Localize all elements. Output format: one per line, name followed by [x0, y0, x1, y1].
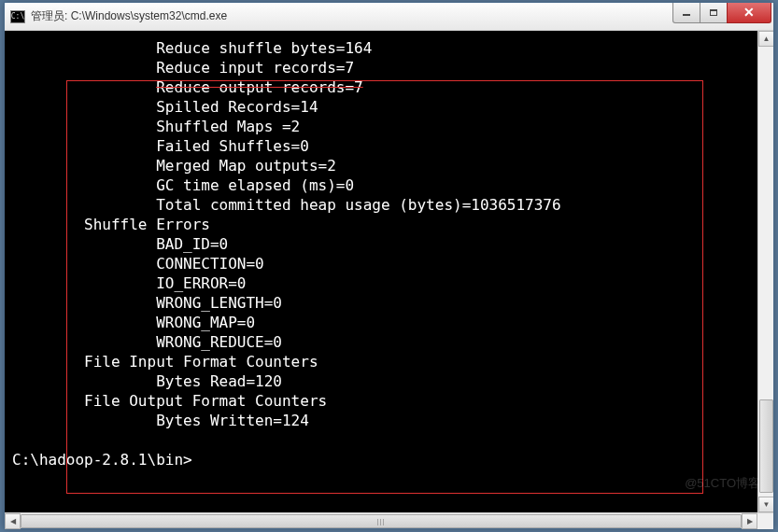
out-line: Reduce input records=7 [12, 59, 354, 77]
console-output[interactable]: Reduce shuffle bytes=164 Reduce input re… [5, 31, 757, 512]
scroll-left-button[interactable]: ◀ [5, 513, 21, 529]
out-line: WRONG_MAP=0 [12, 314, 255, 331]
title-prefix: 管理员: [31, 9, 67, 22]
title-path: C:\Windows\system32\cmd.exe [71, 9, 227, 22]
out-line: WRONG_REDUCE=0 [12, 333, 282, 351]
out-line: Reduce shuffle bytes=164 [12, 39, 372, 57]
out-line: Spilled Records=14 [12, 98, 318, 116]
out-line: Bytes Read=120 [12, 372, 282, 390]
out-line: CONNECTION=0 [12, 255, 264, 273]
out-line: Bytes Written=124 [12, 412, 309, 429]
out-line: Shuffled Maps =2 [12, 118, 300, 135]
close-button[interactable]: ✕ [727, 3, 771, 23]
horizontal-scrollbar[interactable]: ◀ ||| ▶ [5, 512, 773, 528]
minimize-icon [683, 14, 690, 16]
out-line: Merged Map outputs=2 [12, 157, 336, 175]
scroll-right-button[interactable]: ▶ [742, 513, 757, 529]
out-header: Shuffle Errors [12, 216, 210, 233]
maximize-button[interactable] [700, 3, 728, 23]
out-line: GC time elapsed (ms)=0 [12, 176, 354, 194]
prompt-line[interactable]: C:\hadoop-2.8.1\bin> [12, 451, 192, 469]
cmd-window: C:\ 管理员: C:\Windows\system32\cmd.exe ✕ R… [4, 2, 774, 529]
out-line: IO_ERROR=0 [12, 274, 246, 292]
scroll-grip-icon: ||| [376, 517, 385, 525]
out-line: Reduce output records=7 [12, 78, 363, 96]
close-icon: ✕ [743, 6, 755, 19]
console-area: Reduce shuffle bytes=164 Reduce input re… [5, 31, 773, 512]
vertical-scroll-thumb[interactable] [759, 399, 773, 493]
out-header: File Input Format Counters [12, 353, 318, 371]
hscroll-track[interactable]: ||| [21, 513, 742, 529]
scroll-corner [757, 513, 773, 529]
out-line: WRONG_LENGTH=0 [12, 294, 282, 312]
vertical-scrollbar[interactable]: ▲ ▼ [757, 31, 773, 512]
watermark: @51CTO博客 [685, 475, 760, 492]
scroll-up-button[interactable]: ▲ [758, 31, 773, 47]
cmd-icon: C:\ [10, 10, 25, 23]
out-line: Failed Shuffles=0 [12, 137, 309, 155]
out-line: BAD_ID=0 [12, 235, 228, 253]
out-header: File Output Format Counters [12, 392, 327, 410]
titlebar[interactable]: C:\ 管理员: C:\Windows\system32\cmd.exe ✕ [5, 3, 773, 31]
horizontal-scroll-thumb[interactable]: ||| [21, 514, 742, 528]
window-controls: ✕ [673, 3, 773, 23]
window-title: 管理员: C:\Windows\system32\cmd.exe [31, 8, 673, 24]
maximize-icon [710, 9, 717, 16]
out-line: Total committed heap usage (bytes)=10365… [12, 196, 561, 214]
minimize-button[interactable] [672, 3, 700, 23]
scroll-down-button[interactable]: ▼ [758, 497, 773, 512]
